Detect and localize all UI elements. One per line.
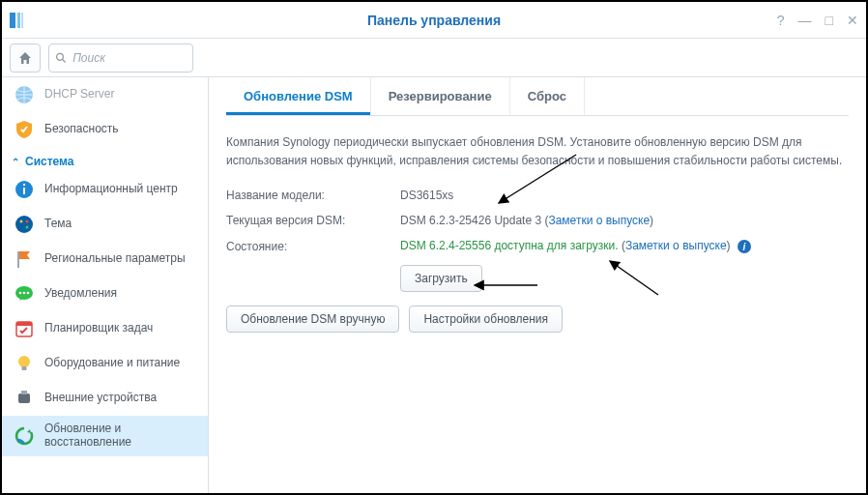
info-icon (14, 179, 35, 200)
home-button[interactable] (10, 44, 41, 73)
row-current-version: Текущая версия DSM: DSM 6.2.3-25426 Upda… (226, 214, 849, 227)
flag-icon (14, 248, 35, 270)
sidebar-item-label: Безопасность (44, 123, 119, 136)
svg-point-15 (19, 292, 22, 295)
maximize-button[interactable]: □ (825, 13, 833, 28)
sidebar-item-label: DHCP Server (44, 88, 114, 102)
sidebar-item-notifications[interactable]: Уведомления (2, 277, 208, 311)
sidebar-item-label: Тема (44, 218, 72, 231)
close-button[interactable]: ✕ (847, 13, 858, 28)
download-button[interactable]: Загрузить (400, 265, 482, 292)
release-notes-link-available[interactable]: Заметки о выпуске (625, 239, 727, 252)
svg-point-20 (18, 356, 30, 367)
chevron-down-icon: ⌃ (12, 157, 19, 167)
shield-icon (14, 119, 35, 140)
tab-reset[interactable]: Сброс (510, 77, 585, 115)
manual-update-button[interactable]: Обновление DSM вручную (226, 306, 399, 333)
refresh-icon (14, 425, 35, 447)
sidebar-item-label: Информационный центр (44, 183, 178, 196)
current-version-text: DSM 6.2.3-25426 Update 3 (400, 214, 541, 227)
svg-point-3 (57, 53, 64, 60)
svg-rect-2 (21, 13, 23, 28)
sidebar-item-label: Планировщик задач (44, 322, 153, 335)
release-notes-link-current[interactable]: Заметки о выпуске (548, 214, 650, 227)
sidebar-section-label: Система (25, 155, 74, 168)
sidebar-item-dhcp[interactable]: DHCP Server (2, 77, 208, 112)
svg-rect-1 (17, 13, 20, 28)
svg-point-16 (23, 292, 26, 295)
sidebar-section-system[interactable]: ⌃ Система (2, 147, 208, 172)
sidebar-item-label: Внешние устройства (44, 392, 157, 405)
main-panel: Обновление DSM Резервирование Сброс Комп… (209, 77, 866, 493)
svg-line-4 (63, 59, 66, 62)
minimize-button[interactable]: — (798, 13, 812, 28)
svg-point-17 (27, 292, 30, 295)
row-status: Состояние: DSM 6.2.4-25556 доступна для … (226, 239, 849, 253)
model-label: Название модели: (226, 189, 400, 202)
bulb-icon (14, 353, 35, 374)
sidebar-item-info-center[interactable]: Информационный центр (2, 172, 208, 207)
sidebar-item-label: Оборудование и питание (44, 357, 180, 370)
sidebar-item-theme[interactable]: Тема (2, 207, 208, 242)
calendar-icon (14, 318, 35, 339)
current-version-value: DSM 6.2.3-25426 Update 3 (Заметки о выпу… (400, 214, 653, 227)
status-label: Состояние: (226, 240, 400, 253)
search-input[interactable] (72, 51, 187, 65)
sidebar-item-security[interactable]: Безопасность (2, 112, 208, 147)
sidebar-item-label: Региональные параметры (44, 252, 186, 266)
update-settings-button[interactable]: Настройки обновления (409, 306, 563, 333)
row-model: Название модели: DS3615xs (226, 189, 849, 202)
svg-rect-19 (16, 322, 32, 326)
svg-point-11 (26, 220, 29, 223)
search-box[interactable] (48, 44, 193, 73)
svg-point-10 (20, 220, 23, 223)
svg-point-9 (15, 216, 33, 233)
app-icon (8, 11, 27, 30)
tab-dsm-update[interactable]: Обновление DSM (226, 77, 371, 115)
titlebar: Панель управления ? — □ ✕ (2, 2, 866, 39)
window-controls: ? — □ ✕ (777, 2, 858, 39)
sidebar-item-label: Уведомления (44, 287, 117, 301)
svg-point-12 (26, 226, 29, 229)
sidebar-item-scheduler[interactable]: Планировщик задач (2, 311, 208, 346)
svg-rect-8 (23, 184, 25, 186)
sidebar-item-hardware[interactable]: Оборудование и питание (2, 346, 208, 381)
toolbar (2, 39, 866, 77)
sidebar: DHCP Server Безопасность ⌃ Система Инфор… (2, 77, 209, 493)
tab-backup[interactable]: Резервирование (371, 77, 510, 115)
status-value: DSM 6.2.4-25556 доступна для загрузки. (… (400, 239, 751, 253)
palette-icon (14, 214, 35, 235)
svg-rect-0 (10, 13, 15, 28)
usb-icon (14, 388, 35, 409)
svg-rect-21 (22, 366, 27, 370)
info-tooltip-icon[interactable]: i (738, 240, 751, 253)
sidebar-item-external[interactable]: Внешние устройства (2, 381, 208, 416)
svg-rect-22 (18, 393, 30, 403)
chat-icon (14, 283, 35, 305)
available-version-text: DSM 6.2.4-25556 доступна для загрузки. (400, 239, 619, 252)
sidebar-item-label: Обновление и восстановление (44, 422, 196, 450)
svg-rect-7 (23, 188, 25, 194)
current-version-label: Текущая версия DSM: (226, 214, 400, 227)
tabs: Обновление DSM Резервирование Сброс (226, 77, 849, 116)
sidebar-item-update-restore[interactable]: Обновление и восстановление (2, 416, 208, 456)
sidebar-item-regional[interactable]: Региональные параметры (2, 242, 208, 277)
update-description: Компания Synology периодически выпускает… (226, 133, 849, 169)
globe-icon (14, 84, 35, 105)
search-icon (55, 51, 67, 65)
window-title: Панель управления (2, 13, 866, 28)
svg-rect-13 (17, 251, 19, 268)
help-icon[interactable]: ? (777, 13, 785, 28)
svg-rect-23 (21, 391, 27, 394)
model-value: DS3615xs (400, 189, 453, 202)
